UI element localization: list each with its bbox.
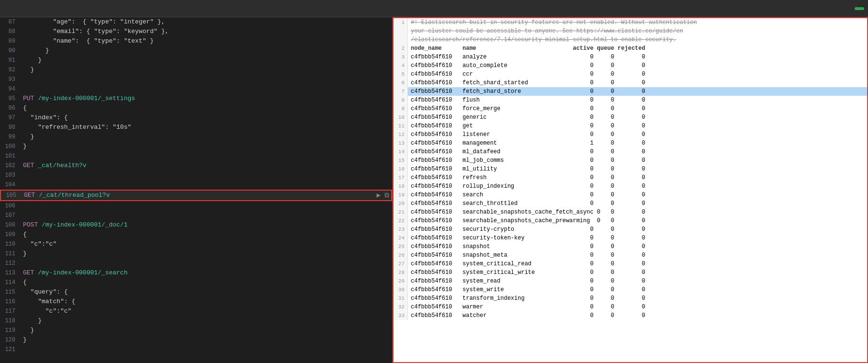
- line-content: "c":"c": [19, 306, 392, 316]
- editor-line: 94: [0, 84, 392, 94]
- output-line-content: c4fbbb54f610 flush 0 0 0: [408, 96, 867, 104]
- output-line-content: c4fbbb54f610 management 1 0 0: [408, 139, 867, 147]
- output-line-content: your cluster could be accessible to anyo…: [408, 27, 867, 35]
- line-content: POST /my-index-000001/_doc/1: [19, 220, 392, 230]
- line-content: [19, 84, 392, 94]
- output-line-content: c4fbbb54f610 ml_job_comms 0 0 0: [408, 156, 867, 165]
- output-line-content: c4fbbb54f610 search 0 0 0: [408, 191, 867, 199]
- line-number: 101: [0, 151, 19, 161]
- editor-line: 89 "name": { "type": "text" }: [0, 36, 392, 46]
- output-line-content: c4fbbb54f610 refresh 0 0 0: [408, 173, 867, 182]
- editor-lines: 87 "age": { "type": "integer" },88 "emai…: [0, 17, 392, 354]
- output-line: 9c4fbbb54f610 force_merge 0 0 0: [394, 104, 867, 113]
- editor-line: 112: [0, 259, 392, 268]
- editor-line: 98 "refresh_interval": "10s": [0, 123, 392, 132]
- status-badge: [855, 7, 864, 10]
- editor-line: 108POST /my-index-000001/_doc/1: [0, 220, 392, 230]
- line-number: 117: [0, 306, 19, 316]
- editor-panel[interactable]: 87 "age": { "type": "integer" },88 "emai…: [0, 17, 393, 363]
- line-content: "match": {: [19, 297, 392, 306]
- output-line: 22c4fbbb54f610 searchable_snapshots_cach…: [394, 216, 867, 225]
- line-content: }: [19, 326, 392, 335]
- output-line-content: c4fbbb54f610 system_critical_read 0 0 0: [408, 260, 867, 268]
- output-line-content: c4fbbb54f610 system_write 0 0 0: [408, 285, 867, 294]
- line-number: 118: [0, 316, 19, 326]
- editor-line: 109{: [0, 230, 392, 239]
- output-line-number: 13: [394, 139, 408, 147]
- output-line-number: [394, 35, 408, 44]
- line-content: [19, 180, 392, 190]
- line-content: "age": { "type": "integer" },: [19, 17, 392, 27]
- output-line: your cluster could be accessible to anyo…: [394, 27, 867, 35]
- line-content: }: [19, 46, 392, 56]
- output-line: 1#! Elasticsearch built-in security feat…: [394, 18, 867, 27]
- output-line-content: c4fbbb54f610 snapshot 0 0 0: [408, 242, 867, 251]
- output-line-number: 14: [394, 147, 408, 156]
- line-number: 111: [0, 249, 19, 259]
- menu-help[interactable]: [23, 6, 33, 11]
- output-line: 32c4fbbb54f610 warmer 0 0 0: [394, 303, 867, 311]
- line-content: "email": { "type": "keyword" },: [19, 27, 392, 36]
- line-content: PUT /my-index-000001/_settings: [19, 94, 392, 103]
- output-line: 19c4fbbb54f610 search 0 0 0: [394, 191, 867, 199]
- output-line-content: c4fbbb54f610 system_critical_write 0 0 0: [408, 268, 867, 277]
- output-line-content: c4fbbb54f610 search_throttled 0 0 0: [408, 199, 867, 208]
- menu-history[interactable]: [4, 6, 13, 11]
- output-line-content: c4fbbb54f610 rollup_indexing 0 0 0: [408, 182, 867, 191]
- output-line-content: c4fbbb54f610 force_merge 0 0 0: [408, 104, 867, 113]
- output-line-number: 6: [394, 79, 408, 87]
- editor-line: 105GET /_cat/thread_pool?v▶⧉: [0, 190, 392, 201]
- line-number: 119: [0, 326, 19, 335]
- line-content: "c":"c": [19, 239, 392, 249]
- output-line-content: /elasticsearch/reference/7.14/security-m…: [408, 35, 867, 44]
- output-line: 3c4fbbb54f610 analyze 0 0 0: [394, 53, 867, 61]
- output-line-number: 22: [394, 216, 408, 225]
- output-line-number: 1: [394, 18, 408, 27]
- output-line-number: 3: [394, 53, 408, 61]
- output-line-number: 19: [394, 191, 408, 199]
- editor-line: 119 }: [0, 326, 392, 335]
- editor-line: 104: [0, 180, 392, 190]
- output-line: 31c4fbbb54f610 transform_indexing 0 0 0: [394, 294, 867, 303]
- line-number: 107: [0, 211, 19, 220]
- editor-line: 116 "match": {: [0, 297, 392, 306]
- output-line-number: 32: [394, 303, 408, 311]
- output-line-content: c4fbbb54f610 warmer 0 0 0: [408, 303, 867, 311]
- line-content: GET /my-index-000001/_search: [19, 268, 392, 278]
- line-content: {: [19, 278, 392, 287]
- editor-line: 100}: [0, 142, 392, 151]
- output-line: 10c4fbbb54f610 generic 0 0 0: [394, 113, 867, 122]
- line-content: GET _cat/health?v: [19, 161, 392, 170]
- menu-settings[interactable]: [13, 6, 23, 11]
- output-line-number: 31: [394, 294, 408, 303]
- line-content: "index": {: [19, 113, 392, 123]
- output-line-number: [394, 27, 408, 35]
- line-content: {: [19, 103, 392, 113]
- output-line: 25c4fbbb54f610 snapshot 0 0 0: [394, 242, 867, 251]
- output-line-content: c4fbbb54f610 fetch_shard_store 0 0 0: [408, 87, 867, 96]
- output-line-content: #! Elasticsearch built-in security featu…: [408, 18, 867, 27]
- line-number: 113: [0, 268, 19, 278]
- output-line-number: 7: [394, 87, 408, 96]
- line-content: "refresh_interval": "10s": [19, 123, 392, 132]
- output-line-content: c4fbbb54f610 ccr 0 0 0: [408, 70, 867, 79]
- line-number: 87: [0, 17, 19, 27]
- menu-bar: [0, 0, 868, 17]
- output-line-number: 16: [394, 165, 408, 173]
- run-button[interactable]: ▶: [376, 191, 382, 200]
- line-number: 105: [1, 191, 20, 200]
- editor-line: 99 }: [0, 132, 392, 142]
- editor-line: 101: [0, 151, 392, 161]
- output-line-content: c4fbbb54f610 listener 0 0 0: [408, 130, 867, 139]
- output-line-content: c4fbbb54f610 get 0 0 0: [408, 122, 867, 130]
- line-number: 92: [0, 65, 19, 75]
- output-panel[interactable]: 1#! Elasticsearch built-in security feat…: [393, 17, 868, 363]
- line-number: 114: [0, 278, 19, 287]
- line-number: 100: [0, 142, 19, 151]
- line-number: 99: [0, 132, 19, 142]
- line-content: "name": { "type": "text" }: [19, 36, 392, 46]
- editor-line: 111}: [0, 249, 392, 259]
- output-line-number: 10: [394, 113, 408, 122]
- copy-button[interactable]: ⧉: [383, 191, 390, 200]
- output-line: 18c4fbbb54f610 rollup_indexing 0 0 0: [394, 182, 867, 191]
